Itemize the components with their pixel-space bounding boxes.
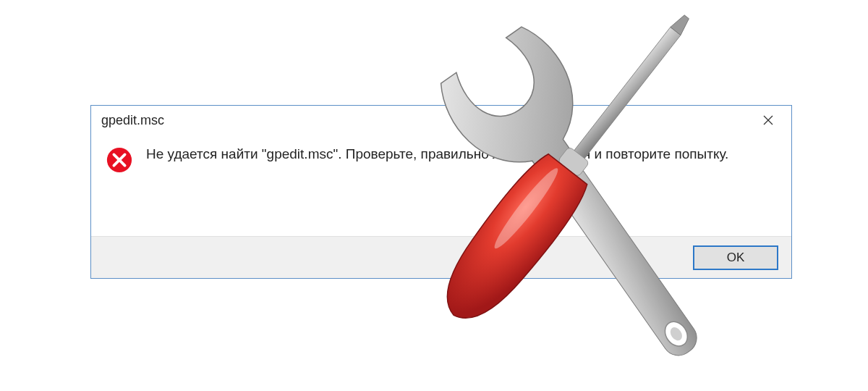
dialog-message: Не удается найти "gpedit.msc". Проверьте…: [146, 145, 728, 164]
error-dialog: gpedit.msc Не удается найти "gpedit.msc"…: [90, 105, 792, 279]
svg-point-6: [660, 317, 692, 350]
svg-marker-9: [671, 13, 692, 35]
ok-button[interactable]: OK: [693, 245, 778, 270]
svg-point-7: [668, 325, 684, 342]
close-button[interactable]: [752, 109, 784, 131]
close-icon: [762, 114, 774, 126]
error-icon: [106, 146, 133, 174]
dialog-title: gpedit.msc: [101, 113, 164, 128]
dialog-footer: OK: [91, 236, 791, 278]
dialog-titlebar: gpedit.msc: [91, 106, 791, 135]
ok-button-label: OK: [727, 251, 745, 265]
dialog-body: Не удается найти "gpedit.msc". Проверьте…: [91, 135, 791, 181]
